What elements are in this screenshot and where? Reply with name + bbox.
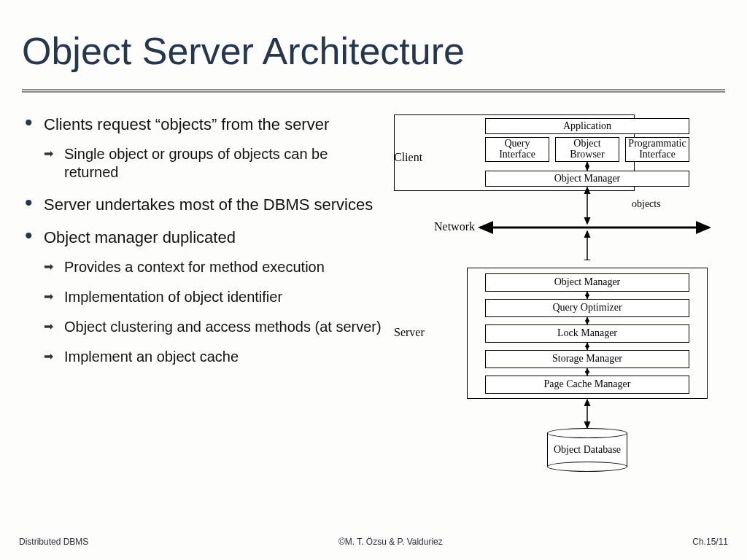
bullet-list: Clients request “objects” from the serve… <box>22 114 383 366</box>
content-area: Clients request “objects” from the serve… <box>22 114 725 494</box>
bullet-item: Object manager duplicatedProvides a cont… <box>22 228 383 366</box>
bullet-main-text: Clients request “objects” from the serve… <box>44 114 383 135</box>
sub-bullet-list: Provides a context for method executionI… <box>44 258 383 366</box>
footer-left: Distributed DBMS <box>19 537 88 547</box>
sub-bullet-item: Implementation of object identifier <box>44 288 383 306</box>
title-divider <box>22 89 725 93</box>
sub-bullet-item: Object clustering and access methods (at… <box>44 318 383 336</box>
bullet-item: Clients request “objects” from the serve… <box>22 114 383 182</box>
sub-bullet-item: Implement an object cache <box>44 348 383 366</box>
bullet-main-text: Object manager duplicated <box>44 228 383 248</box>
sub-bullet-list: Single object or groups of objects can b… <box>44 145 383 182</box>
sub-bullet-item: Single object or groups of objects can b… <box>44 145 383 182</box>
diagram-column: Client Application Query Interface Objec… <box>394 114 722 494</box>
bullet-main-text: Server undertakes most of the DBMS servi… <box>44 195 383 215</box>
text-column: Clients request “objects” from the serve… <box>22 114 394 494</box>
footer-right: Ch.15/11 <box>692 537 728 547</box>
slide-footer: Distributed DBMS ©M. T. Özsu & P. Valdur… <box>0 537 747 547</box>
architecture-diagram: Client Application Query Interface Objec… <box>394 114 722 494</box>
db-label: Object Database <box>554 444 621 455</box>
object-database-cylinder: Object Database <box>547 428 627 472</box>
server-internal-arrows <box>394 273 722 405</box>
footer-center: ©M. T. Özsu & P. Valduriez <box>338 537 443 547</box>
network-arrow <box>394 114 722 260</box>
bullet-item: Server undertakes most of the DBMS servi… <box>22 195 383 215</box>
sub-bullet-item: Provides a context for method execution <box>44 258 383 276</box>
slide-title: Object Server Architecture <box>22 29 725 73</box>
